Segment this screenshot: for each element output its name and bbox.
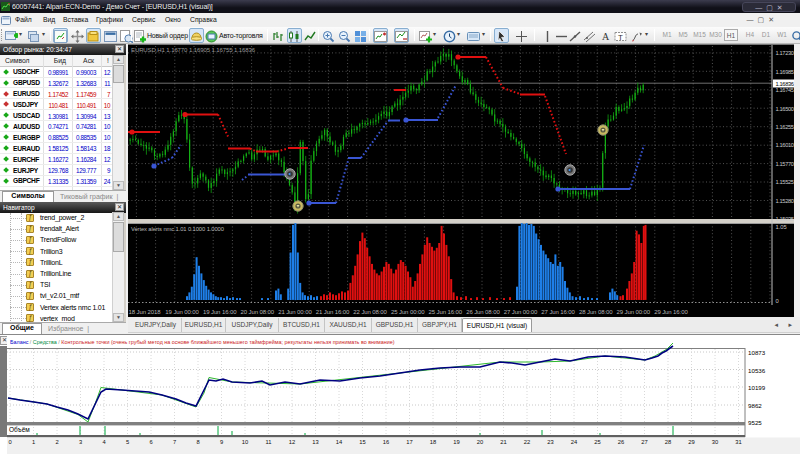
svg-text:1.15280: 1.15280: [776, 198, 794, 204]
svg-text:5: 5: [126, 439, 129, 445]
svg-text:1.17230: 1.17230: [776, 50, 794, 56]
svg-text:22 Jun 08:00: 22 Jun 08:00: [353, 309, 387, 315]
svg-text:1.16745: 1.16745: [776, 87, 794, 93]
svg-text:28: 28: [665, 439, 671, 445]
svg-text:14: 14: [336, 439, 343, 445]
svg-text:2: 2: [55, 439, 58, 445]
svg-text:19: 19: [453, 439, 459, 445]
svg-text:13: 13: [312, 439, 318, 445]
svg-text:20 Jun 08:00: 20 Jun 08:00: [241, 309, 275, 315]
svg-text:9: 9: [220, 439, 223, 445]
svg-text:27 Jun 00:00: 27 Jun 00:00: [504, 309, 538, 315]
svg-text:3: 3: [79, 439, 82, 445]
svg-text:20: 20: [477, 439, 483, 445]
svg-text:1.16255: 1.16255: [776, 124, 794, 130]
svg-text:1.15035: 1.15035: [776, 216, 794, 222]
svg-text:Объём: Объём: [9, 426, 30, 433]
svg-text:1.16010: 1.16010: [776, 142, 794, 148]
svg-text:8: 8: [196, 439, 199, 445]
svg-text:23: 23: [547, 439, 553, 445]
svg-text:24: 24: [571, 439, 578, 445]
svg-text:0: 0: [776, 298, 779, 304]
svg-text:1.16836: 1.16836: [776, 81, 794, 87]
svg-text:1: 1: [32, 439, 35, 445]
svg-text:27 Jun 16:00: 27 Jun 16:00: [541, 309, 575, 315]
svg-text:25: 25: [594, 439, 600, 445]
svg-text:28 Jun 08:00: 28 Jun 08:00: [579, 309, 613, 315]
svg-text:25 Jun 16:00: 25 Jun 16:00: [429, 309, 463, 315]
svg-text:18: 18: [430, 439, 436, 445]
svg-text:29 Jun 16:00: 29 Jun 16:00: [654, 309, 688, 315]
svg-text:21: 21: [500, 439, 506, 445]
svg-text:12: 12: [289, 439, 295, 445]
svg-text:30: 30: [712, 439, 718, 445]
svg-text:16: 16: [383, 439, 389, 445]
svg-text:6: 6: [149, 439, 152, 445]
svg-text:18 Jun 2018: 18 Jun 2018: [129, 309, 162, 315]
svg-text:26: 26: [618, 439, 624, 445]
svg-text:1.16500: 1.16500: [776, 106, 794, 112]
svg-text:17: 17: [406, 439, 412, 445]
svg-text:19 Jun 00:00: 19 Jun 00:00: [165, 309, 199, 315]
svg-text:A: A: [602, 31, 610, 42]
svg-text:9525: 9525: [748, 419, 762, 426]
svg-text:10873: 10873: [748, 349, 766, 356]
svg-text:Vertex alerts nmc 1.01 0.1000: Vertex alerts nmc 1.01 0.1000 1.0000: [131, 226, 224, 232]
svg-text:31: 31: [735, 439, 741, 445]
svg-text:11: 11: [265, 439, 271, 445]
svg-text:19 Jun 16:00: 19 Jun 16:00: [203, 309, 237, 315]
svg-text:15: 15: [359, 439, 365, 445]
svg-text:21 Jun 16:00: 21 Jun 16:00: [316, 309, 350, 315]
svg-text:22: 22: [524, 439, 530, 445]
svg-text:1.16985: 1.16985: [776, 69, 794, 75]
svg-text:10: 10: [242, 439, 248, 445]
svg-text:10199: 10199: [748, 384, 766, 391]
svg-text:0: 0: [8, 439, 11, 445]
svg-text:25 Jun 00:00: 25 Jun 00:00: [391, 309, 425, 315]
svg-text:1.15770: 1.15770: [776, 161, 794, 167]
svg-text:7: 7: [173, 439, 176, 445]
svg-text:T: T: [618, 33, 623, 42]
svg-text:10536: 10536: [748, 367, 766, 374]
svg-text:26 Jun 08:00: 26 Jun 08:00: [466, 309, 500, 315]
svg-text:21 Jun 00:00: 21 Jun 00:00: [278, 309, 312, 315]
svg-text:1.15525: 1.15525: [776, 179, 794, 185]
svg-text:1.05: 1.05: [776, 224, 787, 230]
svg-text:EURUSD,H1 1.16770 1.16905 1.1: EURUSD,H1 1.16770 1.16905 1.16755 1.1683…: [131, 47, 256, 53]
svg-text:29 Jun 00:00: 29 Jun 00:00: [617, 309, 651, 315]
svg-text:9862: 9862: [748, 402, 762, 409]
svg-text:27: 27: [641, 439, 647, 445]
svg-text:29: 29: [688, 439, 694, 445]
